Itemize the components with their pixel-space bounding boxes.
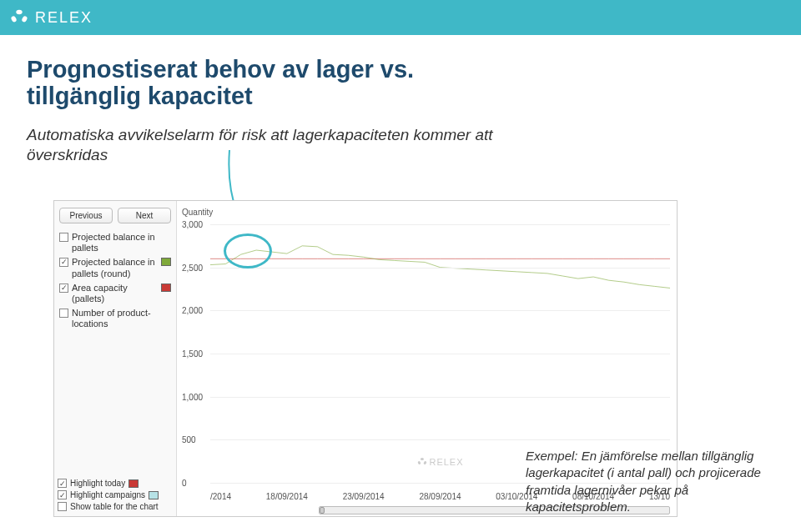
x-tick: 23/09/2014 (343, 492, 385, 501)
app-header: RELEX (0, 0, 801, 35)
control-label: Highlight today (70, 479, 125, 488)
control-label: Show table for the chart (70, 502, 159, 511)
legend-swatch (161, 284, 171, 292)
y-tick: 0 (182, 479, 187, 488)
title-block: Prognostiserat behov av lager vs. tillgä… (27, 57, 494, 166)
legend-swatch (161, 258, 171, 266)
chart-sidebar: Previous Next Projected balance in palle… (54, 201, 176, 516)
next-button[interactable]: Next (118, 208, 171, 223)
y-tick: 500 (182, 435, 196, 444)
relex-logo-icon (10, 8, 28, 27)
chart-scrollbar-thumb[interactable] (320, 507, 325, 514)
legend-item[interactable]: Projected balance in pallets (59, 232, 171, 253)
x-tick: /2014 (210, 492, 231, 501)
control-swatch (128, 479, 139, 488)
checkbox[interactable] (59, 258, 68, 267)
y-tick: 2,000 (182, 306, 203, 315)
svg-point-3 (420, 458, 423, 460)
control-row[interactable]: Highlight today (58, 478, 173, 488)
x-tick: 18/09/2014 (266, 492, 308, 501)
legend-item[interactable]: Area capacity (pallets) (59, 283, 171, 304)
control-label: Highlight campaigns (70, 490, 145, 499)
x-tick: 28/09/2014 (419, 492, 461, 501)
chart-controls: Highlight todayHighlight campaignsShow t… (58, 476, 173, 513)
checkbox[interactable] (58, 490, 67, 499)
svg-point-5 (423, 461, 427, 465)
brand-name: RELEX (35, 9, 93, 27)
checkbox[interactable] (59, 284, 68, 293)
svg-point-0 (16, 10, 22, 15)
example-caption: Exempel: En jämförelse mellan tillgängli… (526, 448, 776, 515)
page-subtitle: Automatiska avvikelselarm för risk att l… (27, 125, 494, 166)
y-tick: 2,500 (182, 263, 203, 272)
previous-button[interactable]: Previous (59, 208, 113, 223)
page-title: Prognostiserat behov av lager vs. tillgä… (27, 57, 494, 110)
control-row[interactable]: Highlight campaigns (58, 489, 173, 499)
legend: Projected balance in palletsProjected ba… (59, 232, 171, 330)
checkbox[interactable] (58, 479, 67, 488)
chart-watermark: RELEX (416, 457, 463, 467)
legend-item[interactable]: Number of product-locations (59, 308, 171, 329)
control-row[interactable]: Show table for the chart (58, 501, 173, 511)
legend-label: Projected balance in pallets (72, 232, 171, 253)
brand-logo: RELEX (10, 8, 93, 27)
legend-label: Number of product-locations (72, 308, 171, 329)
svg-point-1 (10, 15, 17, 23)
chart-plot: RELEX 05001,0001,5002,0002,5003,000 (210, 224, 670, 483)
legend-label: Projected balance in pallets (round) (72, 257, 158, 279)
control-swatch (149, 491, 159, 499)
checkbox[interactable] (59, 309, 68, 318)
svg-point-4 (417, 461, 421, 465)
legend-label: Area capacity (pallets) (72, 283, 158, 304)
checkbox[interactable] (59, 233, 68, 242)
y-tick: 1,000 (182, 392, 203, 401)
checkbox[interactable] (58, 502, 67, 511)
y-tick: 3,000 (182, 220, 203, 229)
y-tick: 1,500 (182, 349, 203, 359)
y-axis-title: Quantity (182, 208, 213, 217)
svg-point-2 (21, 15, 28, 23)
legend-item[interactable]: Projected balance in pallets (round) (59, 257, 171, 279)
